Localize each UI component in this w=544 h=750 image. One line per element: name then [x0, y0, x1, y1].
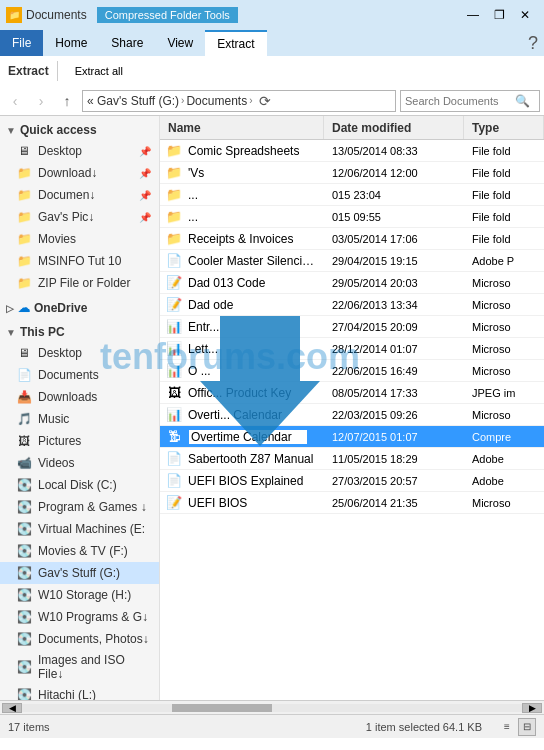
- help-button[interactable]: ?: [522, 30, 544, 56]
- sidebar-item-moviesf[interactable]: 💽 Movies & TV (F:): [0, 540, 159, 562]
- sidebar-item-gavspics-qa[interactable]: 📁 Gav's Pic↓ 📌: [0, 206, 159, 228]
- table-row[interactable]: 📁 ... 015 23:04 File fold: [160, 184, 544, 206]
- file-name: 'Vs: [184, 166, 324, 180]
- sidebar-item-label: Gav's Stuff (G:): [38, 566, 120, 580]
- table-row[interactable]: 🖼 Offic... Product Key 08/05/2014 17:33 …: [160, 382, 544, 404]
- sidebar-item-downloads-pc[interactable]: 📥 Downloads: [0, 386, 159, 408]
- scrollbar-thumb[interactable]: [172, 704, 272, 712]
- sidebar-header-quickaccess[interactable]: ▼ Quick access: [0, 120, 159, 140]
- table-row-selected[interactable]: 🗜 12/07/2015 01:07 Compre: [160, 426, 544, 448]
- hscroll-bar[interactable]: ◀ ▶: [0, 700, 544, 714]
- sidebar-item-zipfolder-qa[interactable]: 📁 ZIP File or Folder: [0, 272, 159, 294]
- tab-share[interactable]: Share: [99, 30, 155, 56]
- file-date: 29/04/2015 19:15: [324, 255, 464, 267]
- sidebar-item-msinfo-qa[interactable]: 📁 MSINFO Tut 10: [0, 250, 159, 272]
- sidebar-item-desktop-qa[interactable]: 🖥 Desktop 📌: [0, 140, 159, 162]
- sidebar-item-w10prog[interactable]: 💽 W10 Programs & G↓: [0, 606, 159, 628]
- sidebar-item-isofiles[interactable]: 💽 Images and ISO File↓: [0, 650, 159, 684]
- tab-home[interactable]: Home: [43, 30, 99, 56]
- table-row[interactable]: 📁 'Vs 12/06/2014 12:00 File fold: [160, 162, 544, 184]
- sidebar-item-pictures-pc[interactable]: 🖼 Pictures: [0, 430, 159, 452]
- scrollbar-track[interactable]: [22, 704, 522, 712]
- file-icon: 📝: [164, 273, 184, 293]
- status-bar: 17 items 1 item selected 64.1 KB ≡ ⊟: [0, 714, 544, 738]
- sidebar-item-downloads-qa[interactable]: 📁 Download↓ 📌: [0, 162, 159, 184]
- table-row[interactable]: 📝 UEFI BIOS 25/06/2014 21:35 Microso: [160, 492, 544, 514]
- path-sep1: ›: [181, 95, 184, 106]
- table-row[interactable]: 📊 O ... 22/06/2015 16:49 Microso: [160, 360, 544, 382]
- file-icon: 📝: [164, 493, 184, 513]
- zip-file-icon: 🗜: [164, 427, 184, 447]
- tab-file[interactable]: File: [0, 30, 43, 56]
- file-icon: 📊: [164, 405, 184, 425]
- scroll-left-btn[interactable]: ◀: [2, 703, 22, 713]
- restore-button[interactable]: ❐: [486, 2, 512, 28]
- isofiles-icon: 💽: [16, 659, 32, 675]
- sidebar-item-localc[interactable]: 💽 Local Disk (C:): [0, 474, 159, 496]
- table-row[interactable]: 📁 Receipts & Invoices 03/05/2014 17:06 F…: [160, 228, 544, 250]
- close-button[interactable]: ✕: [512, 2, 538, 28]
- sidebar-item-docphotos[interactable]: 💽 Documents, Photos↓: [0, 628, 159, 650]
- tab-view[interactable]: View: [155, 30, 205, 56]
- minimize-button[interactable]: —: [460, 2, 486, 28]
- file-date: 22/03/2015 09:26: [324, 409, 464, 421]
- file-icon: 📁: [164, 229, 184, 249]
- sidebar-item-hitachi[interactable]: 💽 Hitachi (L:): [0, 684, 159, 700]
- sidebar-item-documents-pc[interactable]: 📄 Documents: [0, 364, 159, 386]
- tab-extract[interactable]: Extract: [205, 30, 266, 56]
- sidebar-item-desktop-pc[interactable]: 🖥 Desktop: [0, 342, 159, 364]
- list-view-btn[interactable]: ⊟: [518, 718, 536, 736]
- search-input[interactable]: [405, 95, 515, 107]
- sidebar-header-onedrive[interactable]: ▷ ☁ OneDrive: [0, 298, 159, 318]
- filename-edit-input[interactable]: [188, 429, 308, 445]
- sidebar-item-w10h[interactable]: 💽 W10 Storage (H:): [0, 584, 159, 606]
- sidebar-item-docs-qa[interactable]: 📁 Documen↓ 📌: [0, 184, 159, 206]
- table-row[interactable]: 📄 UEFI BIOS Explained 27/03/2015 20:57 A…: [160, 470, 544, 492]
- table-row[interactable]: 📊 Lett... 28/12/2014 01:07 Microso: [160, 338, 544, 360]
- sidebar-item-label: Documen↓: [38, 188, 95, 202]
- file-type: Microso: [464, 365, 544, 377]
- pin-icon3: 📌: [139, 190, 151, 201]
- scroll-right-btn[interactable]: ▶: [522, 703, 542, 713]
- col-header-type[interactable]: Type: [464, 116, 544, 139]
- table-row[interactable]: 📁 ... 015 09:55 File fold: [160, 206, 544, 228]
- sidebar-item-movies-qa[interactable]: 📁 Movies: [0, 228, 159, 250]
- file-list: Name Date modified Type 📁 Comic Spreadsh…: [160, 116, 544, 700]
- docs-icon: 📁: [16, 187, 32, 203]
- table-row[interactable]: 📄 Cooler Master Silencio 650 Manual 29/0…: [160, 250, 544, 272]
- up-button[interactable]: ↑: [56, 90, 78, 112]
- file-icon: 📊: [164, 361, 184, 381]
- extract-all-button[interactable]: Extract all: [66, 62, 132, 80]
- forward-button[interactable]: ›: [30, 90, 52, 112]
- table-row[interactable]: 📄 Sabertooth Z87 Manual 11/05/2015 18:29…: [160, 448, 544, 470]
- file-type: File fold: [464, 211, 544, 223]
- refresh-button[interactable]: ⟳: [259, 93, 271, 109]
- sidebar-item-programs[interactable]: 💽 Program & Games ↓: [0, 496, 159, 518]
- sidebar-item-vm[interactable]: 💽 Virtual Machines (E:: [0, 518, 159, 540]
- sidebar-item-music-pc[interactable]: 🎵 Music: [0, 408, 159, 430]
- sidebar-item-label: Hitachi (L:): [38, 688, 96, 700]
- table-row[interactable]: 📊 Overti... Calendar 22/03/2015 09:26 Mi…: [160, 404, 544, 426]
- selected-info: 1 item selected 64.1 KB: [366, 721, 482, 733]
- sidebar-item-label: Program & Games ↓: [38, 500, 147, 514]
- details-view-btn[interactable]: ≡: [498, 718, 516, 736]
- table-row[interactable]: 📝 Dad ode 22/06/2013 13:34 Microso: [160, 294, 544, 316]
- col-header-date[interactable]: Date modified: [324, 116, 464, 139]
- file-icon: 📁: [164, 207, 184, 227]
- sidebar-item-label: Desktop: [38, 346, 82, 360]
- sidebar-header-thispc[interactable]: ▼ This PC: [0, 322, 159, 342]
- file-date: 03/05/2014 17:06: [324, 233, 464, 245]
- address-path[interactable]: « Gav's Stuff (G:) › Documents › ⟳: [82, 90, 396, 112]
- sidebar-item-videos-pc[interactable]: 📹 Videos: [0, 452, 159, 474]
- table-row[interactable]: 📁 Comic Spreadsheets 13/05/2014 08:33 Fi…: [160, 140, 544, 162]
- sidebar-item-label: Desktop: [38, 144, 82, 158]
- file-date: 28/12/2014 01:07: [324, 343, 464, 355]
- back-button[interactable]: ‹: [4, 90, 26, 112]
- table-row[interactable]: 📊 Entr... 27/04/2015 20:09 Microso: [160, 316, 544, 338]
- file-name: O ...: [184, 364, 324, 378]
- search-box[interactable]: 🔍: [400, 90, 540, 112]
- item-count: 17 items: [8, 721, 350, 733]
- sidebar-item-gavsg[interactable]: 💽 Gav's Stuff (G:): [0, 562, 159, 584]
- col-header-name[interactable]: Name: [160, 116, 324, 139]
- table-row[interactable]: 📝 Dad 013 Code 29/05/2014 20:03 Microso: [160, 272, 544, 294]
